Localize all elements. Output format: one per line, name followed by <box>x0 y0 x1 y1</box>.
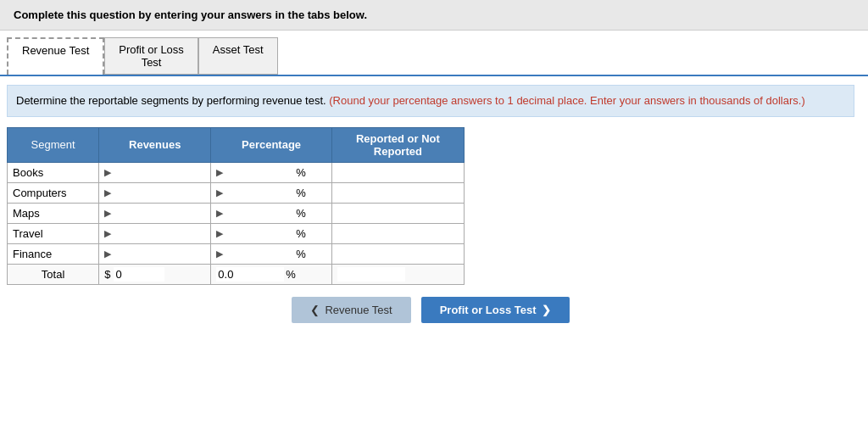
reported-books-input[interactable] <box>337 165 405 180</box>
tab-profit-label: Profit or LossTest <box>119 43 184 69</box>
arrow-icon: ▶ <box>216 187 223 198</box>
reported-computers-cell <box>331 182 464 203</box>
pct-total-cell: % <box>211 264 331 284</box>
segment-finance: Finance <box>8 243 99 264</box>
tab-asset-label: Asset Test <box>213 43 264 56</box>
tabs-container: Revenue Test Profit or LossTest Asset Te… <box>0 31 868 76</box>
reported-finance-cell <box>331 243 464 264</box>
tab-revenue-label: Revenue Test <box>22 44 89 57</box>
revenue-books-cell: ▶ <box>99 162 211 182</box>
revenue-books-input[interactable] <box>113 165 181 180</box>
dollar-sign: $ <box>104 268 110 281</box>
segment-maps: Maps <box>8 203 99 223</box>
reported-maps-input[interactable] <box>337 206 405 220</box>
table-row: Maps ▶ ▶ % <box>8 203 465 223</box>
description-box: Determine the reportable segments by per… <box>7 85 854 117</box>
table-row: Travel ▶ ▶ % <box>8 223 465 243</box>
content-area: Determine the reportable segments by per… <box>0 76 868 337</box>
prev-button-label: Revenue Test <box>325 304 392 316</box>
reported-maps-cell <box>331 203 464 223</box>
revenue-finance-input[interactable] <box>113 247 181 261</box>
revenue-maps-cell: ▶ <box>99 203 211 223</box>
revenue-maps-input[interactable] <box>113 206 181 220</box>
pct-total-input[interactable] <box>216 267 284 282</box>
pct-travel-input[interactable] <box>225 226 292 241</box>
arrow-icon: ▶ <box>216 248 223 259</box>
revenue-travel-input[interactable] <box>113 226 181 241</box>
pct-finance-input[interactable] <box>225 247 292 261</box>
pct-finance-cell: ▶ % <box>211 243 331 264</box>
reported-finance-input[interactable] <box>337 247 405 261</box>
pct-travel-cell: ▶ % <box>211 223 331 243</box>
segment-computers: Computers <box>8 182 99 203</box>
revenue-travel-cell: ▶ <box>99 223 211 243</box>
revenue-total-input[interactable] <box>114 267 164 282</box>
instruction-bar: Complete this question by entering your … <box>0 0 868 31</box>
arrow-icon: ▶ <box>104 228 111 239</box>
next-button-label: Profit or Loss Test <box>440 304 537 316</box>
revenue-table: Segment Revenues Percentage Reported or … <box>7 127 465 285</box>
prev-button[interactable]: ❮ Revenue Test <box>292 297 410 323</box>
col-reported: Reported or NotReported <box>331 127 464 162</box>
next-button[interactable]: Profit or Loss Test ❯ <box>421 297 570 323</box>
description-highlight: (Round your percentage answers to 1 deci… <box>326 94 805 107</box>
pct-maps-cell: ▶ % <box>211 203 331 223</box>
segment-books: Books <box>8 162 99 182</box>
reported-travel-input[interactable] <box>337 226 405 241</box>
reported-total-input[interactable] <box>337 267 405 282</box>
buttons-row: ❮ Revenue Test Profit or Loss Test ❯ <box>7 297 854 323</box>
arrow-icon: ▶ <box>104 167 111 178</box>
arrow-icon: ▶ <box>216 228 223 239</box>
col-revenues: Revenues <box>99 127 211 162</box>
pct-maps-input[interactable] <box>225 206 292 220</box>
pct-computers-input[interactable] <box>225 186 292 200</box>
reported-total-cell <box>331 264 464 284</box>
revenue-computers-cell: ▶ <box>99 182 211 203</box>
arrow-icon: ▶ <box>104 208 111 219</box>
arrow-icon: ▶ <box>216 208 223 219</box>
prev-arrow-icon: ❮ <box>310 304 320 316</box>
table-row: Finance ▶ ▶ % <box>8 243 465 264</box>
table-row-total: Total $ % <box>8 264 465 284</box>
table-row: Computers ▶ ▶ % <box>8 182 465 203</box>
revenue-computers-input[interactable] <box>113 186 181 200</box>
reported-computers-input[interactable] <box>337 186 405 200</box>
revenue-finance-cell: ▶ <box>99 243 211 264</box>
description-normal: Determine the reportable segments by per… <box>16 94 326 107</box>
arrow-icon: ▶ <box>104 187 111 198</box>
pct-books-input[interactable] <box>225 165 292 180</box>
pct-books-cell: ▶ % <box>211 162 331 182</box>
next-arrow-icon: ❯ <box>542 304 551 316</box>
pct-computers-cell: ▶ % <box>211 182 331 203</box>
table-row: Books ▶ ▶ % <box>8 162 465 182</box>
arrow-icon: ▶ <box>104 248 111 259</box>
segment-travel: Travel <box>8 223 99 243</box>
tab-revenue[interactable]: Revenue Test <box>7 37 104 75</box>
revenue-total-cell: $ <box>99 264 211 284</box>
segment-total: Total <box>8 264 99 284</box>
instruction-text: Complete this question by entering your … <box>14 8 367 21</box>
reported-travel-cell <box>331 223 464 243</box>
tab-asset[interactable]: Asset Test <box>198 37 278 75</box>
col-segment: Segment <box>8 127 99 162</box>
reported-books-cell <box>331 162 464 182</box>
tab-profit[interactable]: Profit or LossTest <box>104 37 198 75</box>
col-percentage: Percentage <box>211 127 331 162</box>
arrow-icon: ▶ <box>216 167 223 178</box>
